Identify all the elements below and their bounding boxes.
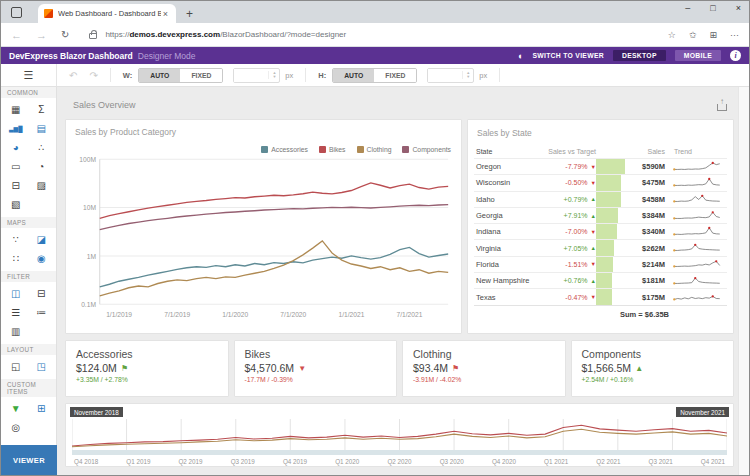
date-filter-icon[interactable]: ▥ [5,322,27,341]
kpi-value: $124.0M⚑ [76,362,218,374]
window-maximize-button[interactable]: □ [710,3,715,13]
browser-tab[interactable]: Web Dashboard - Dashboard Bl × [38,4,176,23]
back-button-icon[interactable]: ← [11,29,22,41]
geo-point-map-icon[interactable]: ∵ [5,230,27,249]
height-auto-button[interactable]: AUTO [333,69,374,82]
export-icon[interactable]: ↑ [717,100,728,111]
gauge-item-icon[interactable]: ◔ [30,157,52,176]
range-end-label[interactable]: November 2021 [676,407,729,417]
mobile-toggle-button[interactable]: MOBILE [675,50,721,61]
treemap-item-icon[interactable]: ▤ [30,119,52,138]
table-row[interactable]: Florida-1.51%▼$214M [474,256,727,272]
height-spinner[interactable]: ▲▼ [462,71,473,79]
desktop-toggle-button[interactable]: DESKTOP [613,50,666,61]
new-tab-button[interactable]: + [186,9,193,19]
table-row[interactable]: New Hampshire+0.76%▲$181M [474,272,727,288]
window-close-button[interactable]: × [736,3,741,13]
list-box-filter-icon[interactable]: ☰ [5,303,27,322]
collections-icon[interactable]: ⊞ [709,30,717,40]
url-text[interactable]: https://demos.devexpress.com/BlazorDashb… [105,30,346,39]
sales-bar-cell [596,175,628,190]
range-axis-tick: Q2 2019 [178,458,202,465]
image-item-icon[interactable]: ▨ [30,176,52,195]
redo-icon[interactable]: ↷ [89,70,97,81]
tree-view-filter-icon[interactable]: ≔ [30,303,52,322]
kpi-value-text: $1,566.5M [582,362,632,374]
table-row[interactable]: Georgia+7.91%▲$384M [474,207,727,223]
kpi-card-accessories[interactable]: Accessories$124.0M⚑+3.35M / +2.78% [65,340,229,397]
main-menu-icon[interactable]: ☰ [1,64,57,86]
table-row[interactable]: Virginia+7.05%▲$262M [474,239,727,255]
webpage-item-icon[interactable]: ⊞ [30,399,52,418]
table-row[interactable]: Idaho+0.79%▲$458M [474,191,727,207]
scatter-chart-item-icon[interactable]: ∴ [30,138,52,157]
legend-item-clothing[interactable]: Clothing [357,146,392,153]
tab-close-icon[interactable]: × [161,9,170,19]
width-fixed-button[interactable]: FIXED [180,69,222,82]
sales-by-category-panel[interactable]: Sales by Product Category AccessoriesBik… [65,119,462,334]
column-header-trend[interactable]: Trend [668,148,724,155]
kpi-title: Clothing [413,348,555,360]
kpi-card-clothing[interactable]: Clothing$93.4M⚑-3.91M / -4.02% [402,340,566,397]
table-row[interactable]: Texas-0.47%▼$175M [474,288,727,304]
width-value-input[interactable] [234,69,268,82]
bubble-map-icon[interactable]: ∷ [5,249,27,268]
tab-container-item-icon[interactable]: ◳ [30,357,52,376]
switch-to-viewer-icon[interactable]: ◐ [518,51,523,61]
forward-button-icon[interactable]: → [36,29,47,41]
pie-chart-item-icon[interactable]: ◕ [5,138,27,157]
pie-map-icon[interactable]: ◉ [30,249,52,268]
legend-item-components[interactable]: Components [402,146,451,153]
table-row[interactable]: Oregon-7.79%▼$590M [474,158,727,174]
window-minimize-button[interactable]: – [685,3,690,13]
switch-to-viewer-button[interactable]: SWITCH TO VIEWER [532,52,604,59]
column-header-sales-vs-target[interactable]: Sales vs Target [540,148,596,155]
bound-image-item-icon[interactable]: ▧ [5,195,27,214]
width-spinner[interactable]: ▲▼ [268,71,279,79]
range-axis-labels: Q4 2018Q1 2019Q2 2019Q3 2019Q4 2019Q1 20… [72,457,727,465]
range-filter-icon[interactable]: ◫ [5,284,27,303]
height-value-input[interactable] [428,69,462,82]
kpi-card-components[interactable]: Components$1,566.5M▲+2.54M / +0.16% [571,340,735,397]
map-pin-item-icon[interactable]: ◎ [5,418,27,437]
viewer-button[interactable]: VIEWER [1,445,57,475]
choropleth-map-icon[interactable]: ◪ [30,230,52,249]
card-item-icon[interactable]: ▭ [5,157,27,176]
sidebar-section-grid: ∵◪∷◉ [1,228,56,271]
dashboard-canvas: Sales Overview ↑ Sales by Product Catego… [57,87,738,475]
height-fixed-button[interactable]: FIXED [374,69,416,82]
kpi-card-bikes[interactable]: Bikes$4,570.6M▼-17.7M / -0.39% [234,340,398,397]
grid-item-icon[interactable]: ▦ [5,100,27,119]
undo-icon[interactable]: ↶ [69,70,77,81]
tab-actions-icon[interactable] [11,7,22,18]
range-selector-chart[interactable] [72,417,727,457]
legend-item-accessories[interactable]: Accessories [261,146,308,153]
scrollbar-track[interactable] [738,87,749,475]
sales-value-cell: $214M [628,260,668,269]
range-selector-panel[interactable]: November 2018 November 2021 Q4 2018Q1 20… [65,403,734,467]
sales-by-state-panel[interactable]: Sales by State State Sales vs Target Sal… [467,119,734,334]
sales-vs-target-cell: +0.76%▲ [540,277,596,284]
legend-item-bikes[interactable]: Bikes [319,146,346,153]
url-path: /BlazorDashboard/?mode=designer [220,30,346,39]
sales-vs-target-cell: -7.79%▼ [540,163,596,170]
group-item-icon[interactable]: ◱ [5,357,27,376]
sales-by-category-chart[interactable]: 100M10M1M0.1M1/1/20197/1/20191/1/20207/1… [75,153,452,323]
range-start-label[interactable]: November 2018 [70,407,123,417]
triangle-up-indicator-icon: ▲ [635,364,643,373]
column-header-sales[interactable]: Sales [628,148,668,155]
pivot-item-icon[interactable]: Σ [30,100,52,119]
column-header-state[interactable]: State [476,148,540,155]
funnel-item-icon[interactable]: ▼ [5,399,27,418]
add-favorite-icon[interactable]: ✩ [689,30,697,40]
refresh-button-icon[interactable]: ↻ [61,29,69,40]
table-row[interactable]: Indiana-7.00%▼$340M [474,223,727,239]
favorites-icon[interactable]: ☆ [668,30,676,40]
table-row[interactable]: Wisconsin-0.50%▼$475M [474,174,727,190]
chart-item-icon[interactable]: ▃▆█ [5,119,27,138]
browser-menu-icon[interactable]: ··· [730,30,739,40]
text-box-item-icon[interactable]: ⊟ [5,176,27,195]
width-auto-button[interactable]: AUTO [139,69,180,82]
info-icon[interactable]: i [730,50,741,61]
combobox-filter-icon[interactable]: ⊟ [30,284,52,303]
